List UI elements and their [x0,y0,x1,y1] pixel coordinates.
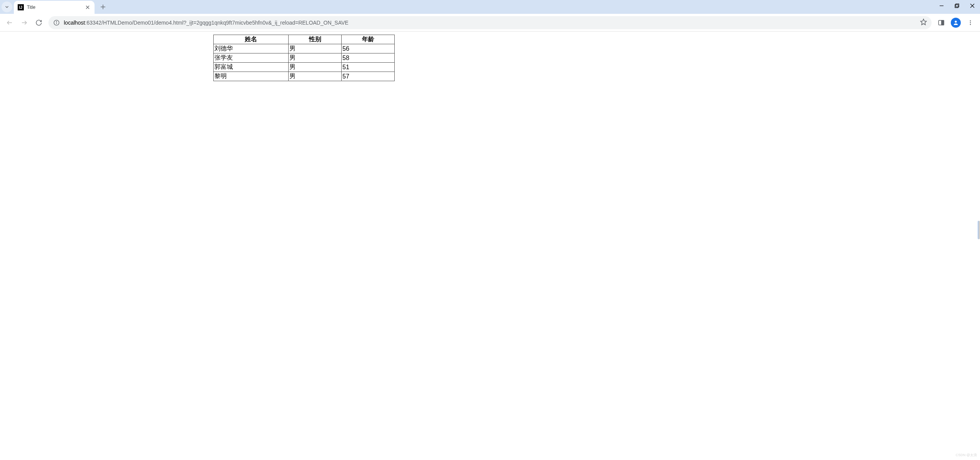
window-controls [934,0,980,14]
window-minimize-button[interactable] [934,0,949,12]
table-row: 郭富城 男 51 [214,63,395,72]
reload-icon [35,19,42,26]
table-row: 张学友 男 58 [214,53,395,63]
url-text: localhost:63342/HTMLDemo/Demo01/demo4.ht… [64,20,916,26]
tab-title: Title [27,5,81,10]
cell-gender: 男 [289,63,342,72]
data-table: 姓名 性别 年龄 刘德华 男 56 张学友 男 58 郭富城 男 51 黎明 [213,35,395,81]
url-path: :63342/HTMLDemo/Demo01/demo4.html?_ijt=2… [85,20,348,26]
minimize-icon [939,3,944,8]
cell-gender: 男 [289,53,342,63]
plus-icon [100,4,106,10]
close-icon [970,3,975,8]
table-row: 黎明 男 57 [214,72,395,81]
close-icon [86,5,90,9]
star-icon [920,18,927,25]
new-tab-button[interactable] [98,2,108,12]
maximize-icon [955,3,959,8]
table-header-age: 年龄 [342,35,395,44]
svg-point-18 [970,20,971,22]
tab-favicon-icon: IJ [18,4,24,10]
svg-point-17 [955,20,957,22]
chrome-menu-button[interactable] [964,16,977,29]
svg-marker-14 [921,19,927,25]
profile-button[interactable] [949,16,962,29]
cell-age: 57 [342,72,395,81]
svg-rect-6 [956,4,959,7]
address-bar[interactable]: localhost:63342/HTMLDemo/Demo01/demo4.ht… [48,16,932,29]
table-header-row: 姓名 性别 年龄 [214,35,395,44]
panel-icon [938,19,945,26]
arrow-left-icon [6,19,13,26]
svg-rect-16 [942,20,944,25]
cell-name: 张学友 [214,53,289,63]
side-panel-button[interactable] [935,16,948,29]
cell-name: 刘德华 [214,44,289,53]
url-host: localhost [64,20,85,26]
bookmark-button[interactable] [920,18,927,27]
cell-age: 56 [342,44,395,53]
profile-avatar-icon [951,18,961,28]
info-icon [53,20,60,26]
address-bar-row: localhost:63342/HTMLDemo/Demo01/demo4.ht… [0,14,980,32]
cell-name: 黎明 [214,72,289,81]
nav-forward-button[interactable] [18,16,31,29]
svg-point-19 [970,22,971,23]
browser-tab-active[interactable]: IJ Title [14,1,95,14]
cell-gender: 男 [289,72,342,81]
kebab-icon [967,20,973,26]
nav-back-button[interactable] [3,16,16,29]
browser-tab-bar: IJ Title [0,0,980,14]
site-info-button[interactable] [53,19,60,26]
svg-rect-5 [955,5,958,8]
svg-point-13 [56,21,56,22]
page-content: 姓名 性别 年龄 刘德华 男 56 张学友 男 58 郭富城 男 51 黎明 [0,32,980,84]
table-header-name: 姓名 [214,35,289,44]
cell-gender: 男 [289,44,342,53]
table-header-gender: 性别 [289,35,342,44]
table-row: 刘德华 男 56 [214,44,395,53]
cell-age: 51 [342,63,395,72]
svg-point-20 [970,24,971,25]
cell-name: 郭富城 [214,63,289,72]
window-close-button[interactable] [965,0,980,12]
tab-close-button[interactable] [85,4,91,10]
tab-search-button[interactable] [2,2,12,12]
cell-age: 58 [342,53,395,63]
arrow-right-icon [21,19,28,26]
window-maximize-button[interactable] [949,0,965,12]
nav-reload-button[interactable] [32,16,45,29]
